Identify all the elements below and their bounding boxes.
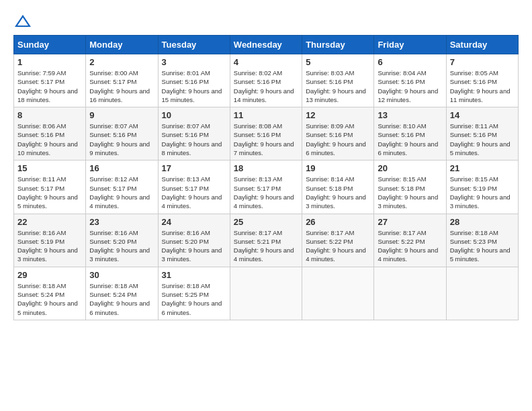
calendar-day: 13Sunrise: 8:10 AMSunset: 5:16 PMDayligh… xyxy=(374,107,446,161)
day-info: Sunrise: 8:00 AMSunset: 5:17 PMDaylight:… xyxy=(89,68,154,104)
calendar-day: 25Sunrise: 8:17 AMSunset: 5:21 PMDayligh… xyxy=(230,214,302,267)
day-number: 10 xyxy=(162,110,226,120)
day-info: Sunrise: 8:06 AMSunset: 5:16 PMDaylight:… xyxy=(17,122,82,157)
weekday-header: Sunday xyxy=(14,36,86,54)
weekday-header: Monday xyxy=(86,36,158,54)
calendar-day: 10Sunrise: 8:07 AMSunset: 5:16 PMDayligh… xyxy=(158,107,230,161)
day-info: Sunrise: 8:17 AMSunset: 5:21 PMDaylight:… xyxy=(234,228,298,264)
calendar-day: 17Sunrise: 8:13 AMSunset: 5:17 PMDayligh… xyxy=(158,161,230,214)
day-number: 15 xyxy=(17,163,82,173)
logo xyxy=(13,13,35,28)
calendar-day: 16Sunrise: 8:12 AMSunset: 5:17 PMDayligh… xyxy=(86,161,158,214)
weekday-header: Saturday xyxy=(446,36,518,54)
day-info: Sunrise: 8:17 AMSunset: 5:22 PMDaylight:… xyxy=(306,228,370,264)
day-number: 27 xyxy=(378,217,442,227)
day-info: Sunrise: 8:18 AMSunset: 5:24 PMDaylight:… xyxy=(89,281,154,317)
day-number: 23 xyxy=(89,217,154,227)
day-info: Sunrise: 8:02 AMSunset: 5:16 PMDaylight:… xyxy=(234,68,298,104)
day-info: Sunrise: 7:59 AMSunset: 5:17 PMDaylight:… xyxy=(17,68,82,104)
calendar-day: 7Sunrise: 8:05 AMSunset: 5:16 PMDaylight… xyxy=(446,54,518,107)
day-info: Sunrise: 8:18 AMSunset: 5:23 PMDaylight:… xyxy=(450,228,515,264)
day-info: Sunrise: 8:04 AMSunset: 5:16 PMDaylight:… xyxy=(378,68,442,104)
day-number: 22 xyxy=(17,217,82,227)
day-number: 3 xyxy=(162,57,226,67)
empty-cell xyxy=(374,267,446,320)
empty-cell xyxy=(302,267,374,320)
day-number: 18 xyxy=(234,163,298,173)
day-number: 7 xyxy=(450,57,515,67)
calendar-day: 11Sunrise: 8:08 AMSunset: 5:16 PMDayligh… xyxy=(230,107,302,161)
weekday-header: Thursday xyxy=(302,36,374,54)
calendar-day: 8Sunrise: 8:06 AMSunset: 5:16 PMDaylight… xyxy=(14,107,86,161)
weekday-header: Wednesday xyxy=(230,36,302,54)
day-number: 21 xyxy=(450,163,515,173)
day-info: Sunrise: 8:15 AMSunset: 5:18 PMDaylight:… xyxy=(378,175,442,210)
day-number: 9 xyxy=(89,110,154,120)
day-number: 26 xyxy=(306,217,370,227)
day-info: Sunrise: 8:14 AMSunset: 5:18 PMDaylight:… xyxy=(306,175,370,210)
day-info: Sunrise: 8:18 AMSunset: 5:24 PMDaylight:… xyxy=(17,281,82,317)
day-info: Sunrise: 8:11 AMSunset: 5:16 PMDaylight:… xyxy=(450,122,515,157)
day-number: 6 xyxy=(378,57,442,67)
day-info: Sunrise: 8:16 AMSunset: 5:20 PMDaylight:… xyxy=(162,228,226,264)
calendar-day: 28Sunrise: 8:18 AMSunset: 5:23 PMDayligh… xyxy=(446,214,518,267)
day-info: Sunrise: 8:18 AMSunset: 5:25 PMDaylight:… xyxy=(162,281,226,317)
day-info: Sunrise: 8:08 AMSunset: 5:16 PMDaylight:… xyxy=(234,122,298,157)
calendar-table: SundayMondayTuesdayWednesdayThursdayFrid… xyxy=(13,35,519,320)
day-number: 24 xyxy=(162,217,226,227)
day-info: Sunrise: 8:17 AMSunset: 5:22 PMDaylight:… xyxy=(378,228,442,264)
calendar-day: 3Sunrise: 8:01 AMSunset: 5:16 PMDaylight… xyxy=(158,54,230,107)
day-info: Sunrise: 8:03 AMSunset: 5:16 PMDaylight:… xyxy=(306,68,370,104)
day-number: 11 xyxy=(234,110,298,120)
day-number: 20 xyxy=(378,163,442,173)
day-number: 17 xyxy=(162,163,226,173)
day-info: Sunrise: 8:12 AMSunset: 5:17 PMDaylight:… xyxy=(89,175,154,210)
calendar-day: 21Sunrise: 8:15 AMSunset: 5:19 PMDayligh… xyxy=(446,161,518,214)
day-info: Sunrise: 8:07 AMSunset: 5:16 PMDaylight:… xyxy=(89,122,154,157)
calendar-day: 9Sunrise: 8:07 AMSunset: 5:16 PMDaylight… xyxy=(86,107,158,161)
calendar-day: 12Sunrise: 8:09 AMSunset: 5:16 PMDayligh… xyxy=(302,107,374,161)
day-number: 2 xyxy=(89,57,154,67)
day-info: Sunrise: 8:01 AMSunset: 5:16 PMDaylight:… xyxy=(162,68,226,104)
day-info: Sunrise: 8:05 AMSunset: 5:16 PMDaylight:… xyxy=(450,68,515,104)
header xyxy=(13,13,519,28)
calendar-day: 15Sunrise: 8:11 AMSunset: 5:17 PMDayligh… xyxy=(14,161,86,214)
day-number: 28 xyxy=(450,217,515,227)
weekday-header: Friday xyxy=(374,36,446,54)
day-info: Sunrise: 8:15 AMSunset: 5:19 PMDaylight:… xyxy=(450,175,515,210)
weekday-header: Tuesday xyxy=(158,36,230,54)
empty-cell xyxy=(230,267,302,320)
day-number: 25 xyxy=(234,217,298,227)
day-info: Sunrise: 8:16 AMSunset: 5:20 PMDaylight:… xyxy=(89,228,154,264)
calendar-day: 27Sunrise: 8:17 AMSunset: 5:22 PMDayligh… xyxy=(374,214,446,267)
calendar-day: 18Sunrise: 8:13 AMSunset: 5:17 PMDayligh… xyxy=(230,161,302,214)
logo-icon xyxy=(13,13,32,28)
calendar-day: 23Sunrise: 8:16 AMSunset: 5:20 PMDayligh… xyxy=(86,214,158,267)
day-number: 19 xyxy=(306,163,370,173)
calendar-day: 2Sunrise: 8:00 AMSunset: 5:17 PMDaylight… xyxy=(86,54,158,107)
calendar-day: 4Sunrise: 8:02 AMSunset: 5:16 PMDaylight… xyxy=(230,54,302,107)
calendar-day: 31Sunrise: 8:18 AMSunset: 5:25 PMDayligh… xyxy=(158,267,230,320)
calendar-day: 14Sunrise: 8:11 AMSunset: 5:16 PMDayligh… xyxy=(446,107,518,161)
day-number: 30 xyxy=(89,270,154,280)
day-number: 29 xyxy=(17,270,82,280)
calendar-day: 26Sunrise: 8:17 AMSunset: 5:22 PMDayligh… xyxy=(302,214,374,267)
calendar-day: 30Sunrise: 8:18 AMSunset: 5:24 PMDayligh… xyxy=(86,267,158,320)
calendar-day: 29Sunrise: 8:18 AMSunset: 5:24 PMDayligh… xyxy=(14,267,86,320)
day-number: 4 xyxy=(234,57,298,67)
day-info: Sunrise: 8:09 AMSunset: 5:16 PMDaylight:… xyxy=(306,122,370,157)
calendar-day: 24Sunrise: 8:16 AMSunset: 5:20 PMDayligh… xyxy=(158,214,230,267)
calendar-day: 6Sunrise: 8:04 AMSunset: 5:16 PMDaylight… xyxy=(374,54,446,107)
calendar-day: 1Sunrise: 7:59 AMSunset: 5:17 PMDaylight… xyxy=(14,54,86,107)
day-number: 5 xyxy=(306,57,370,67)
day-number: 14 xyxy=(450,110,515,120)
calendar-day: 5Sunrise: 8:03 AMSunset: 5:16 PMDaylight… xyxy=(302,54,374,107)
day-info: Sunrise: 8:13 AMSunset: 5:17 PMDaylight:… xyxy=(234,175,298,210)
day-number: 13 xyxy=(378,110,442,120)
day-info: Sunrise: 8:13 AMSunset: 5:17 PMDaylight:… xyxy=(162,175,226,210)
calendar-day: 20Sunrise: 8:15 AMSunset: 5:18 PMDayligh… xyxy=(374,161,446,214)
calendar-day: 22Sunrise: 8:16 AMSunset: 5:19 PMDayligh… xyxy=(14,214,86,267)
day-info: Sunrise: 8:16 AMSunset: 5:19 PMDaylight:… xyxy=(17,228,82,264)
day-number: 31 xyxy=(162,270,226,280)
day-info: Sunrise: 8:07 AMSunset: 5:16 PMDaylight:… xyxy=(162,122,226,157)
